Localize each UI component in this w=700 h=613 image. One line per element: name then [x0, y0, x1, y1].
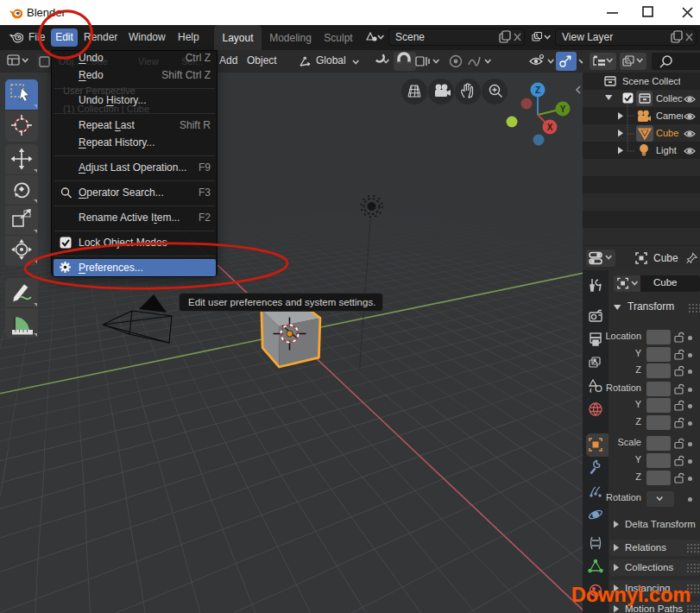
svg-text:Z: Z	[535, 85, 540, 95]
svg-text:Y: Y	[560, 104, 566, 114]
svg-text:X: X	[547, 123, 553, 132]
